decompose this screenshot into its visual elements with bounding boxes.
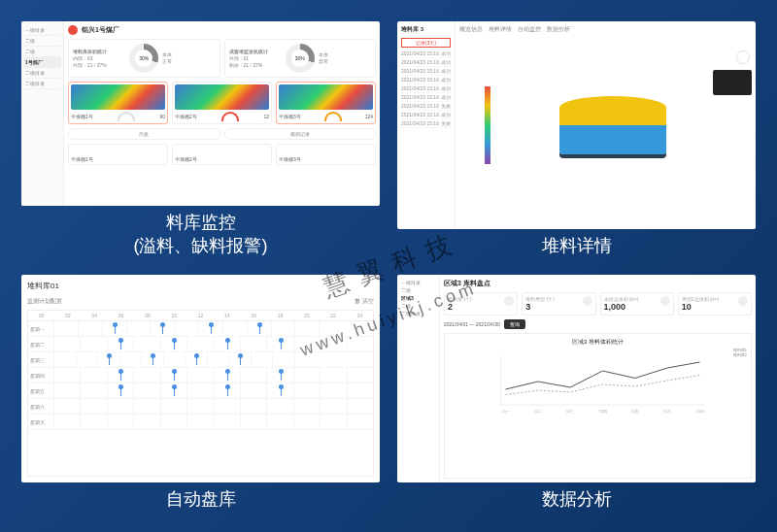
tab[interactable]: 自动监控 bbox=[518, 25, 541, 34]
sidebar-item[interactable]: 二级目录 bbox=[401, 310, 435, 317]
history-row[interactable]: 2021/04/23 15:16成功 bbox=[401, 76, 451, 84]
history-row[interactable]: 2021/04/23 15:16成功 bbox=[401, 84, 451, 93]
stat-icon bbox=[738, 296, 748, 306]
svg-text:周三: 周三 bbox=[566, 409, 574, 414]
heatmap-thumb bbox=[71, 84, 165, 110]
caption: 数据分析 bbox=[542, 488, 612, 511]
svg-text:周二: 周二 bbox=[534, 409, 542, 414]
pile-tile[interactable]: 干煤棚1号 bbox=[68, 144, 168, 165]
sidebar-item[interactable]: 二级目录 bbox=[23, 79, 61, 89]
history-row[interactable]: 2021/04/23 15:16成功 bbox=[401, 93, 451, 102]
compass-icon bbox=[736, 50, 750, 64]
caption: 堆料详情 bbox=[542, 235, 612, 257]
timeline-row[interactable]: 星期三当前时间段已有其他堆料任务 bbox=[28, 352, 373, 368]
gauge-icon bbox=[221, 112, 239, 121]
timeline-row[interactable]: 星期五 bbox=[28, 383, 373, 399]
pile-tile[interactable]: 干煤棚3号124 bbox=[276, 82, 376, 124]
caption: 自动盘库 bbox=[166, 488, 236, 511]
stat-card: 堆料库 (个)2 bbox=[444, 292, 518, 316]
line-chart: 区域3 堆料体积统计 堆料库1堆料库2 周一周二周三周四周五周六周日 bbox=[444, 333, 752, 479]
gauge-icon bbox=[118, 112, 135, 121]
tab[interactable]: 数据分析 bbox=[547, 25, 570, 34]
config-label: 监测计划配置 bbox=[27, 297, 62, 306]
history-button[interactable]: 历史 bbox=[68, 128, 220, 140]
pile-tile[interactable]: 干煤棚1号90 bbox=[68, 82, 168, 124]
sidebar-item[interactable]: 二级目录 bbox=[23, 68, 61, 79]
sidebar-item-active[interactable]: 1号煤厂 bbox=[23, 57, 61, 68]
schedule-timeline[interactable]: 00020406081012141618202224 星期一12:00星期二星期… bbox=[27, 310, 374, 477]
timeline-row[interactable]: 星期一12:00 bbox=[28, 321, 373, 337]
heatmap-thumb bbox=[279, 84, 373, 110]
query-button[interactable]: 查询 bbox=[504, 319, 525, 329]
sidebar-item[interactable]: 二级 bbox=[23, 47, 61, 57]
sidebar-item[interactable]: 一级目录 bbox=[401, 279, 435, 286]
pile-3d-render[interactable] bbox=[559, 96, 666, 154]
history-row[interactable]: 2021/04/23 15:16成功 bbox=[401, 111, 451, 119]
sidebar: 一级目录 二级 区域3 二级 二级目录 bbox=[397, 275, 440, 482]
svg-text:周六: 周六 bbox=[663, 409, 671, 414]
date-input[interactable]: 2021/04/01 — 2021/04/30 bbox=[444, 321, 500, 327]
panel-auto-inventory: 堆料库01 监测计划配置🗑 清空 00020406081012141618202… bbox=[21, 275, 380, 482]
timeline-row[interactable]: 星期四 bbox=[28, 368, 373, 383]
tab[interactable]: 概览信息 bbox=[459, 25, 483, 34]
sidebar-item[interactable]: 区域3 bbox=[401, 294, 435, 302]
svg-text:周五: 周五 bbox=[631, 409, 639, 414]
panel-pile-detail: 堆料库 3 记录(3天) 2021/04/23 15:16成功2021/04/2… bbox=[397, 21, 756, 229]
donut-chart: 30% bbox=[286, 44, 315, 73]
pile-tile[interactable]: 干煤棚2号 bbox=[172, 144, 272, 165]
stat-card: 本区总体积 (m³)1,000 bbox=[600, 292, 674, 316]
svg-text:周四: 周四 bbox=[599, 409, 607, 414]
caption: 料库监控(溢料、缺料报警) bbox=[134, 212, 268, 257]
donut-chart: 30% bbox=[129, 44, 158, 73]
clear-button[interactable]: 🗑 清空 bbox=[355, 297, 374, 306]
timeline-row[interactable]: 星期六 bbox=[28, 399, 373, 415]
chart-svg: 周一周二周三周四周五周六周日 bbox=[449, 347, 747, 415]
history-row[interactable]: 2021/04/23 15:16成功 bbox=[401, 58, 451, 67]
history-row[interactable]: 2021/04/23 15:16成功 bbox=[401, 67, 451, 76]
sidebar: 一级目录 二级 二级 1号煤厂 二级目录 二级目录 bbox=[21, 21, 64, 206]
timeline-row[interactable]: 星期二 bbox=[28, 337, 373, 352]
location-icon bbox=[68, 25, 78, 35]
history-row[interactable]: 2021/04/23 15:16失败 bbox=[401, 119, 451, 128]
record-tag: 记录(3天) bbox=[401, 38, 451, 48]
pile-tile[interactable]: 干煤棚3号 bbox=[276, 144, 376, 165]
stat-card-volume: 堆料库体积统计内部：63外部：21 / 37% 30% 本体正常 bbox=[68, 39, 220, 78]
stat-icon bbox=[660, 296, 670, 306]
tab[interactable]: 堆料详情 bbox=[489, 25, 512, 34]
history-row[interactable]: 2021/04/23 15:16失败 bbox=[401, 102, 451, 111]
history-row[interactable]: 2021/04/23 15:16成功 bbox=[401, 50, 451, 58]
stat-card: 类型2总体积 (m³)10 bbox=[678, 292, 752, 316]
timeline-row[interactable]: 星期天 bbox=[28, 415, 373, 430]
chart-title: 区域3 堆料体积统计 bbox=[449, 338, 747, 347]
sidebar-item[interactable]: 二级 bbox=[401, 286, 435, 294]
sidebar-item[interactable]: 二级 bbox=[23, 36, 61, 47]
svg-text:周日: 周日 bbox=[696, 409, 704, 414]
factory-title: 铝兴1号煤厂 bbox=[82, 25, 119, 35]
warehouse-title: 堆料库01 bbox=[27, 281, 374, 291]
sidebar-item[interactable]: 二级 bbox=[401, 302, 435, 310]
simlog-button[interactable]: 模拟记录 bbox=[224, 128, 377, 140]
gauge-icon bbox=[324, 112, 342, 121]
page-title: 区域3 库料盘点 bbox=[444, 279, 752, 288]
color-scale bbox=[485, 86, 490, 164]
stat-card-device: 成套堆监发机统计外部：21剩余：21 / 37% 30% 本体异常 bbox=[224, 39, 377, 78]
stat-icon bbox=[583, 296, 592, 306]
pile-tile[interactable]: 干煤棚2号12 bbox=[172, 82, 272, 124]
stat-card: 堆料类型 (个)3 bbox=[522, 292, 595, 316]
panel-warehouse-monitor: 一级目录 二级 二级 1号煤厂 二级目录 二级目录 铝兴1号煤厂 堆料库体积统计… bbox=[21, 21, 380, 206]
section-title: 堆料库 3 bbox=[401, 25, 451, 34]
sidebar-item[interactable]: 一级目录 bbox=[23, 25, 61, 36]
heatmap-thumb bbox=[175, 84, 269, 110]
svg-text:周一: 周一 bbox=[502, 409, 510, 414]
panel-data-analysis: 一级目录 二级 区域3 二级 二级目录 区域3 库料盘点 堆料库 (个)2堆料类… bbox=[397, 275, 756, 482]
